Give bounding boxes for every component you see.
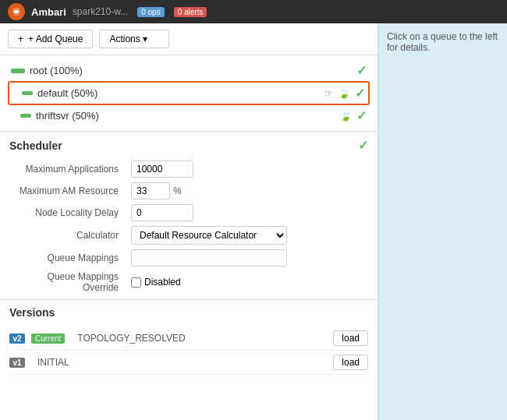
calculator-label: Calculator xyxy=(16,230,125,241)
queue-mappings-override-checkbox-label[interactable]: Disabled xyxy=(131,277,181,288)
current-badge: Current xyxy=(31,334,65,344)
top-nav: Ambari spark210-w... 0 ops 0 alerts xyxy=(0,0,507,23)
actions-button[interactable]: Actions ▾ xyxy=(99,30,169,48)
queue-mappings-override-label: Queue Mappings Override xyxy=(16,271,125,293)
max-am-resource-wrap: % xyxy=(131,182,362,199)
version-badge-v1: v1 xyxy=(9,358,25,368)
queue-mappings-override-wrap: Disabled xyxy=(131,277,362,288)
leaf-icon: 🍃 xyxy=(339,110,352,122)
alerts-badge: 0 alerts xyxy=(174,7,207,17)
queue-item-thriftsvr[interactable]: thriftsvr (50%) 🍃 ✓ xyxy=(8,105,370,126)
version-badge-v2: v2 xyxy=(9,334,25,344)
version-row-v2: v2 Current TOPOLOGY_RESOLVED load xyxy=(9,326,368,351)
queue-item-root[interactable]: root (100%) ✓ xyxy=(8,60,370,81)
queue-indicator-small xyxy=(20,114,31,118)
main-container: + Add Queue Actions ▾ root (100%) ✓ defa… xyxy=(0,23,507,420)
queue-list: root (100%) ✓ default (50%) ☞ 🍃 ✓ thrift… xyxy=(0,55,378,132)
max-am-resource-input[interactable] xyxy=(131,182,170,199)
calculator-select[interactable]: Default Resource Calculator xyxy=(131,226,287,245)
leaf-icon: 🍃 xyxy=(338,87,350,99)
right-panel-hint: Click on a queue to the left for details… xyxy=(387,31,498,53)
versions-title: Versions xyxy=(9,306,55,319)
queue-indicator xyxy=(11,69,25,73)
queue-mappings-label: Queue Mappings xyxy=(16,252,125,263)
scheduler-check-icon: ✓ xyxy=(358,138,368,153)
check-icon: ✓ xyxy=(356,63,367,78)
versions-section: Versions v2 Current TOPOLOGY_RESOLVED lo… xyxy=(0,300,378,420)
right-panel: Click on a queue to the left for details… xyxy=(378,23,507,420)
version-name-v1: INITIAL xyxy=(31,357,327,368)
queue-mappings-wrap xyxy=(131,249,362,266)
max-applications-input[interactable] xyxy=(131,161,193,178)
check-icon: ✓ xyxy=(356,108,367,123)
node-locality-label: Node Locality Delay xyxy=(16,207,125,218)
nav-subtitle: spark210-w... xyxy=(73,6,128,17)
load-button-v2[interactable]: load xyxy=(333,330,368,346)
app-title: Ambari xyxy=(31,6,66,18)
left-panel: + Add Queue Actions ▾ root (100%) ✓ defa… xyxy=(0,23,378,420)
queue-mappings-input[interactable] xyxy=(131,249,287,266)
ops-badge: 0 ops xyxy=(137,7,164,17)
versions-table: v2 Current TOPOLOGY_RESOLVED load v1 INI… xyxy=(9,326,368,375)
scheduler-form: Maximum Applications Maximum AM Resource… xyxy=(9,161,368,293)
scheduler-header: Scheduler ✓ xyxy=(9,138,368,153)
toolbar: + Add Queue Actions ▾ xyxy=(0,23,378,55)
max-applications-wrap xyxy=(131,161,362,178)
max-am-resource-label: Maximum AM Resource xyxy=(16,185,125,196)
scheduler-title: Scheduler xyxy=(9,139,62,152)
queue-icons: 🍃 ✓ xyxy=(338,86,365,101)
queue-name: default (50%) xyxy=(37,87,320,99)
max-applications-label: Maximum Applications xyxy=(16,164,125,175)
queue-icons: 🍃 ✓ xyxy=(339,108,367,123)
queue-name: root (100%) xyxy=(30,65,352,76)
calculator-wrap: Default Resource Calculator xyxy=(131,226,362,245)
load-button-v1[interactable]: load xyxy=(333,355,368,370)
version-row-v1: v1 INITIAL load xyxy=(9,351,368,375)
app-logo xyxy=(8,3,25,20)
node-locality-wrap xyxy=(131,204,362,221)
node-locality-input[interactable] xyxy=(131,204,193,221)
queue-name: thriftsvr (50%) xyxy=(36,110,335,122)
versions-header: Versions xyxy=(9,306,368,319)
scheduler-section: Scheduler ✓ Maximum Applications Maximum… xyxy=(0,132,378,300)
queue-icons: ✓ xyxy=(356,63,367,78)
am-resource-unit: % xyxy=(173,185,182,196)
queue-mappings-override-text: Disabled xyxy=(144,277,181,288)
version-name-v2: TOPOLOGY_RESOLVED xyxy=(71,333,327,344)
queue-indicator-small xyxy=(22,91,33,95)
queue-mappings-override-checkbox[interactable] xyxy=(131,277,141,288)
add-queue-button[interactable]: + Add Queue xyxy=(8,30,93,48)
queue-item-default[interactable]: default (50%) ☞ 🍃 ✓ xyxy=(8,81,370,105)
check-icon: ✓ xyxy=(355,86,365,101)
cursor-icon: ☞ xyxy=(324,88,333,99)
